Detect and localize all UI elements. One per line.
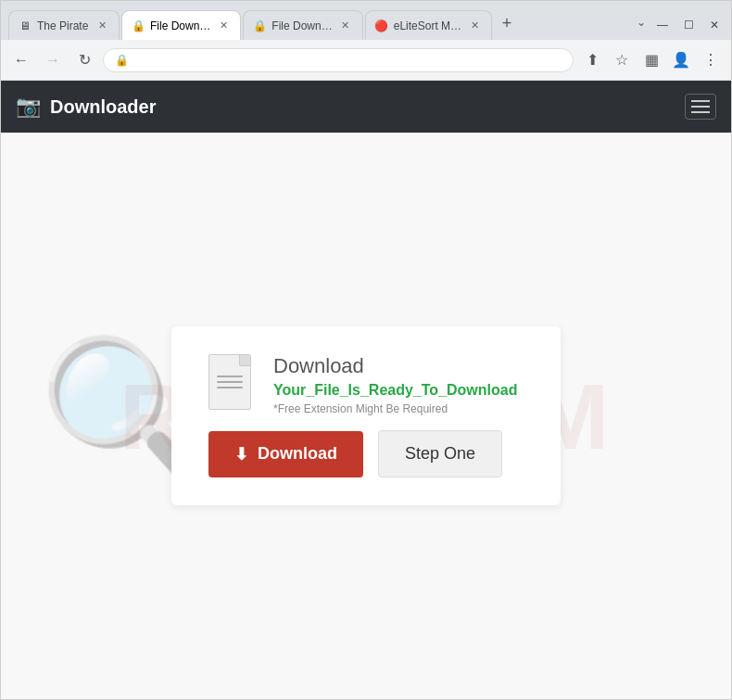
tab-thepirate[interactable]: 🖥 The Pirate ✕	[8, 10, 120, 40]
window-controls: ⌄ — ☐ ✕	[637, 16, 724, 40]
step-one-button[interactable]: Step One	[378, 430, 502, 477]
new-tab-button[interactable]: +	[494, 10, 520, 36]
minimize-button[interactable]: —	[653, 16, 672, 34]
hamburger-line-2	[691, 106, 710, 108]
tab-favicon-2: 🔒	[132, 19, 145, 32]
address-input[interactable]: 🔒	[103, 48, 574, 72]
main-area: 🔍 RISK.COM	[1, 133, 731, 699]
tab-close-4[interactable]: ✕	[467, 19, 482, 33]
download-title: Download	[273, 354, 517, 378]
tab-filedown1[interactable]: 🔒 File Down… ✕	[121, 10, 241, 40]
file-icon-body	[208, 354, 251, 410]
brand-label: Downloader	[50, 96, 156, 118]
card-header: Download Your_File_Is_Ready_To_Download …	[208, 354, 517, 415]
download-filename: Your_File_Is_Ready_To_Download	[273, 382, 517, 399]
card-info: Download Your_File_Is_Ready_To_Download …	[273, 354, 517, 415]
sidebar-toggle-icon[interactable]: ▦	[638, 47, 664, 73]
step-one-label: Step One	[405, 444, 475, 463]
download-button[interactable]: ⬇ Download	[208, 431, 363, 477]
profile-icon[interactable]: 👤	[668, 47, 694, 73]
tab-filedown2[interactable]: 🔒 File Down… ✕	[243, 10, 362, 40]
download-card: Download Your_File_Is_Ready_To_Download …	[171, 326, 561, 505]
hamburger-menu[interactable]	[685, 94, 716, 120]
browser-window: 🖥 The Pirate ✕ 🔒 File Down… ✕ 🔒 File Dow…	[0, 0, 732, 700]
file-icon-line-1	[217, 375, 243, 377]
close-button[interactable]: ✕	[705, 16, 724, 34]
card-buttons: ⬇ Download Step One	[208, 430, 524, 477]
site-brand: 📷 Downloader	[16, 95, 156, 119]
page-content: 📷 Downloader 🔍 RISK.COM	[1, 81, 731, 699]
tab-close-1[interactable]: ✕	[95, 19, 109, 33]
download-note: *Free Extension Might Be Required	[273, 402, 517, 415]
hamburger-line-1	[691, 100, 710, 102]
menu-icon[interactable]: ⋮	[698, 47, 724, 73]
bookmark-icon[interactable]: ☆	[609, 47, 635, 73]
tab-favicon-4: 🔴	[375, 19, 388, 32]
tab-close-2[interactable]: ✕	[216, 19, 231, 33]
maximize-button[interactable]: ☐	[679, 16, 698, 34]
download-button-label: Download	[258, 444, 337, 464]
file-icon-fold	[239, 355, 250, 366]
tab-label-1: The Pirate	[37, 19, 89, 32]
tab-chevron[interactable]: ⌄	[637, 16, 646, 34]
reload-button[interactable]: ↻	[71, 47, 97, 73]
tab-bar: 🖥 The Pirate ✕ 🔒 File Down… ✕ 🔒 File Dow…	[1, 1, 731, 40]
tab-favicon-1: 🖥	[19, 19, 32, 32]
tab-close-3[interactable]: ✕	[338, 19, 353, 33]
brand-icon: 📷	[16, 95, 41, 119]
tab-elitesort[interactable]: 🔴 eLiteSort M… ✕	[365, 10, 492, 40]
file-icon	[208, 354, 255, 414]
address-bar: ← → ↻ 🔒 ⬆ ☆ ▦ 👤 ⋮	[1, 40, 731, 81]
tab-label-3: File Down…	[271, 19, 332, 32]
site-navbar: 📷 Downloader	[1, 81, 731, 133]
tab-label-4: eLiteSort M…	[394, 19, 461, 32]
share-icon[interactable]: ⬆	[579, 47, 605, 73]
download-button-icon: ⬇	[234, 444, 248, 465]
hamburger-line-3	[691, 111, 710, 113]
file-icon-line-3	[217, 387, 243, 388]
tab-label-2: File Down…	[150, 19, 210, 32]
tab-favicon-3: 🔒	[253, 19, 266, 32]
forward-button[interactable]: →	[40, 47, 66, 73]
toolbar-icons: ⬆ ☆ ▦ 👤 ⋮	[579, 47, 724, 73]
back-button[interactable]: ←	[8, 47, 34, 73]
lock-icon: 🔒	[115, 54, 129, 67]
file-icon-line-2	[217, 381, 243, 383]
